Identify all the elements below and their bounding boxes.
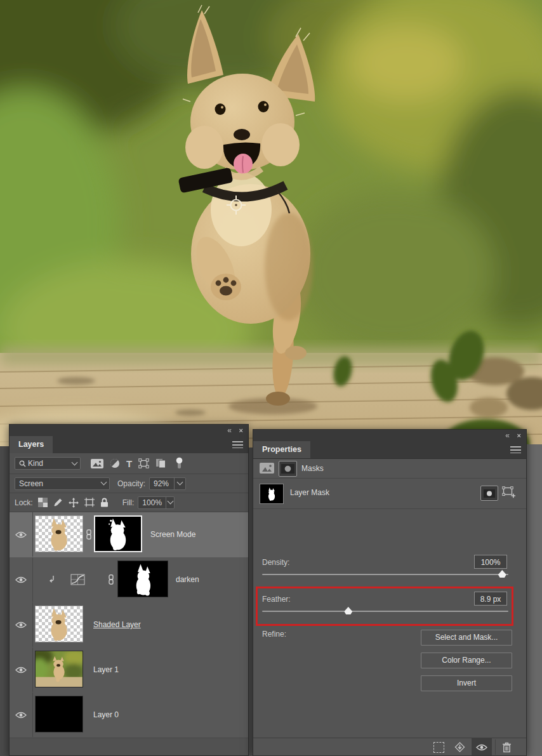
mask-properties-icon[interactable] [279,461,297,477]
lock-artboard-nesting-icon[interactable] [84,498,95,507]
tab-layers[interactable]: Layers [10,436,53,453]
curves-adjustment-icon[interactable] [70,574,85,585]
adjustment-mask-thumbnail[interactable] [117,560,168,597]
add-vector-mask-icon[interactable] [502,486,516,498]
layer-mask-thumbnail[interactable] [94,515,142,552]
color-range-button[interactable]: Color Range... [421,653,512,668]
eye-icon [15,666,27,673]
visibility-toggle[interactable] [10,512,33,557]
layers-tabrow: Layers [10,436,248,454]
eye-icon [15,576,27,583]
clipping-mask-arrow-icon [48,575,55,584]
eye-icon [476,744,487,751]
layer-name[interactable]: darken [176,575,199,584]
filter-adjustment-layers-icon[interactable] [110,458,120,468]
feather-slider-handle[interactable] [344,607,352,614]
opacity-input[interactable]: 92% [149,477,186,490]
refine-label: Refine: [262,630,286,639]
layer-filter-kind-dropdown[interactable]: Kind [15,457,81,470]
layers-panel: « × Layers Kind [9,424,249,756]
filtering-toggle-icon[interactable] [175,457,183,470]
select-and-mask-button[interactable]: Select and Mask... [421,630,512,646]
layer-name[interactable]: Shaded Layer [93,620,141,629]
lock-label: Lock: [15,498,33,507]
toggle-mask-visibility-button[interactable] [472,738,492,756]
tab-properties[interactable]: Properties [253,441,310,458]
feather-slider[interactable] [262,611,508,612]
visibility-toggle[interactable] [10,602,33,647]
panel-menu-icon[interactable] [232,441,243,448]
density-slider-handle[interactable] [498,570,506,578]
layer-thumbnail[interactable] [35,515,83,552]
panel-menu-icon[interactable] [510,446,521,453]
toolbar-divider [495,739,496,755]
mask-link-icon[interactable] [86,529,91,540]
layer-row-layer-0[interactable]: Layer 0 [10,693,248,738]
fill-value: 100% [138,498,166,507]
visibility-toggle[interactable] [10,557,33,602]
collapse-panel-icon[interactable]: « [227,425,232,435]
layer-list: Screen Mode [10,512,248,738]
invert-button[interactable]: Invert [421,675,512,691]
layer-thumbnail[interactable] [35,651,83,687]
layer-row-darken[interactable]: darken [10,557,248,603]
filter-shape-layers-icon[interactable] [138,458,149,468]
delete-mask-trash-icon[interactable] [499,738,514,756]
properties-panel: « × Properties Masks [253,429,527,756]
layer-name[interactable]: Layer 1 [93,665,119,674]
chevron-down-icon [98,478,109,489]
layer-thumbnail[interactable] [35,696,83,733]
search-icon [15,460,28,467]
mask-toolbar [253,738,526,756]
lock-all-padlock-icon[interactable] [100,498,109,507]
opacity-label: Opacity: [117,479,145,488]
blend-mode-dropdown[interactable]: Screen [15,477,110,490]
layer-name[interactable]: Layer 0 [93,710,119,719]
layer-mask-label: Layer Mask [290,488,329,497]
density-label: Density: [262,558,289,567]
chevron-down-icon [69,458,80,469]
canvas-photo-dog [0,0,542,458]
layer-thumbnail[interactable] [35,606,83,642]
feather-value[interactable]: 8.9 px [474,592,507,606]
blend-mode-value: Screen [15,479,98,488]
layer-row-screen-mode[interactable]: Screen Mode [10,512,248,558]
close-panel-icon[interactable]: × [517,430,521,441]
select-mask-button[interactable] [480,486,498,501]
eye-icon [15,712,27,719]
properties-tabrow: Properties [253,441,526,459]
target-cursor-icon [225,194,248,216]
layers-panel-body: Kind T [10,453,248,755]
layer-row-shaded-layer[interactable]: Shaded Layer [10,602,248,648]
density-slider[interactable] [262,574,508,575]
layers-panel-titlebar: « × [10,425,248,436]
layer-mask-thumb[interactable] [260,484,284,504]
lock-pixels-brush-icon[interactable] [53,498,63,507]
properties-panel-titlebar: « × [253,430,526,441]
lock-position-move-icon[interactable] [69,498,79,508]
close-panel-icon[interactable]: × [239,425,243,435]
fill-input[interactable]: 100% [138,496,175,509]
layer-row-layer-1[interactable]: Layer 1 [10,647,248,693]
eye-icon [15,621,27,628]
pixel-properties-icon[interactable] [260,463,274,474]
chevron-down-icon[interactable] [166,497,174,508]
visibility-toggle[interactable] [10,693,33,737]
layer-name[interactable]: Screen Mode [150,530,195,539]
visibility-toggle[interactable] [10,647,33,692]
collapse-panel-icon[interactable]: « [505,430,510,441]
mask-link-icon[interactable] [109,574,114,585]
density-value[interactable]: 100% [474,555,507,569]
dock-strip-left [0,446,9,756]
chevron-down-icon[interactable] [174,478,185,489]
filter-type-layers-icon[interactable]: T [126,458,132,469]
lock-transparency-icon[interactable] [38,498,48,507]
filter-kind-label: Kind [28,459,69,468]
dock-strip-right [527,444,542,756]
eye-icon [15,531,27,538]
opacity-value: 92% [150,479,174,488]
filter-smart-objects-icon[interactable] [155,458,166,468]
apply-mask-icon[interactable] [451,738,468,756]
load-selection-icon[interactable] [431,738,446,756]
filter-pixel-layers-icon[interactable] [91,459,103,468]
